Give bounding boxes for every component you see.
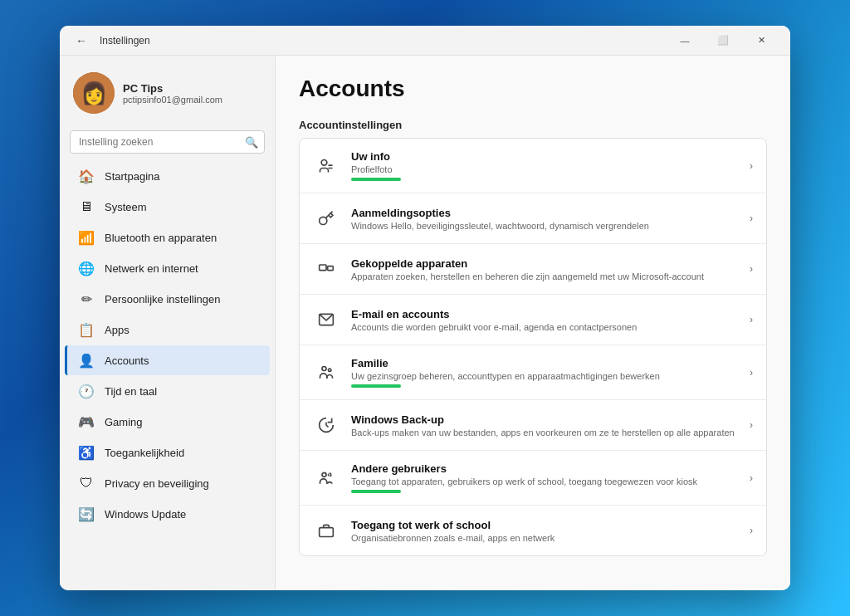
window-title: Instellingen <box>100 35 150 46</box>
nav-icon-update: 🔄 <box>78 506 95 522</box>
settings-item-uw-info[interactable]: Uw info Profielfoto › <box>300 139 766 193</box>
nav-label-personal: Persoonlijke instellingen <box>105 293 220 306</box>
content-area: 👩 PC Tips pctipsinfo01@gmail.com 🔍 🏠 Sta… <box>60 56 790 590</box>
nav-list: 🏠 Startpagina 🖥 Systeem 📶 Bluetooth en a… <box>60 160 275 530</box>
nav-icon-apps: 📋 <box>78 321 95 338</box>
item-icon-aanmeldingsopties <box>313 205 340 232</box>
section-title: Accountinstellingen <box>299 119 767 131</box>
item-text-backup: Windows Back-up Back-ups maken van uw be… <box>351 413 738 438</box>
sidebar-item-personal[interactable]: ✏ Persoonlijke instellingen <box>65 284 270 314</box>
user-email: pctipsinfo01@gmail.com <box>123 95 222 105</box>
item-subtitle-uw-info: Profielfoto <box>351 164 738 174</box>
sidebar-item-accessibility[interactable]: ♿ Toegankelijkheid <box>65 438 270 467</box>
svg-point-11 <box>329 473 331 476</box>
sidebar-item-accounts[interactable]: 👤 Accounts <box>65 345 270 375</box>
nav-label-accounts: Accounts <box>105 354 149 367</box>
sidebar-item-network[interactable]: 🌐 Netwerk en internet <box>65 253 270 283</box>
sidebar-item-gaming[interactable]: 🎮 Gaming <box>65 407 270 437</box>
back-button[interactable]: ← <box>70 29 93 52</box>
item-subtitle-backup: Back-ups maken van uw bestanden, apps en… <box>351 428 738 438</box>
svg-point-3 <box>320 217 327 224</box>
avatar-image: 👩 <box>73 72 115 114</box>
item-text-uw-info: Uw info Profielfoto <box>351 150 738 181</box>
item-text-werk: Toegang tot werk of school Organisatiebr… <box>351 519 738 543</box>
item-subtitle-email: Accounts die worden gebruikt voor e-mail… <box>351 322 738 332</box>
nav-label-accessibility: Toegankelijkheid <box>105 447 184 459</box>
sidebar-item-bluetooth[interactable]: 📶 Bluetooth en apparaten <box>65 222 270 252</box>
search-box: 🔍 <box>70 130 265 154</box>
sidebar: 👩 PC Tips pctipsinfo01@gmail.com 🔍 🏠 Sta… <box>60 56 276 590</box>
sidebar-item-system[interactable]: 🖥 Systeem <box>65 192 270 222</box>
item-title-uw-info: Uw info <box>351 150 738 163</box>
search-input[interactable] <box>70 130 265 154</box>
item-text-andere: Andere gebruikers Toegang tot apparaten,… <box>351 462 738 493</box>
nav-label-gaming: Gaming <box>105 416 143 428</box>
chevron-icon-backup: › <box>750 419 753 431</box>
user-profile: 👩 PC Tips pctipsinfo01@gmail.com <box>60 66 275 127</box>
settings-item-andere[interactable]: Andere gebruikers Toegang tot apparaten,… <box>300 451 766 506</box>
nav-label-time: Tijd en taal <box>105 385 157 398</box>
user-info: PC Tips pctipsinfo01@gmail.com <box>123 82 222 105</box>
item-subtitle-werk: Organisatiebronnen zoals e-mail, apps en… <box>351 533 738 543</box>
item-title-backup: Windows Back-up <box>351 413 738 426</box>
item-title-andere: Andere gebruikers <box>351 462 738 475</box>
settings-item-backup[interactable]: Windows Back-up Back-ups maken van uw be… <box>300 400 766 451</box>
sidebar-item-privacy[interactable]: 🛡 Privacy en beveiliging <box>65 468 270 498</box>
svg-point-10 <box>322 472 326 477</box>
nav-icon-home: 🏠 <box>78 168 95 184</box>
item-title-gekoppelde: Gekoppelde apparaten <box>351 257 738 270</box>
nav-label-system: Systeem <box>105 201 147 213</box>
settings-item-gekoppelde[interactable]: Gekoppelde apparaten Apparaten zoeken, h… <box>300 244 766 295</box>
settings-item-werk[interactable]: Toegang tot werk of school Organisatiebr… <box>300 506 766 555</box>
nav-label-privacy: Privacy en beveiliging <box>105 477 209 490</box>
maximize-icon: ⬜ <box>717 35 729 46</box>
nav-icon-gaming: 🎮 <box>78 413 95 430</box>
svg-point-8 <box>322 366 326 370</box>
chevron-icon-uw-info: › <box>750 160 753 172</box>
sidebar-item-apps[interactable]: 📋 Apps <box>65 315 270 345</box>
main-panel: Accounts Accountinstellingen Uw info Pro… <box>276 56 790 590</box>
sidebar-item-update[interactable]: 🔄 Windows Update <box>65 499 270 529</box>
user-name: PC Tips <box>123 82 222 95</box>
item-icon-andere <box>313 465 340 491</box>
settings-item-email[interactable]: E-mail en accounts Accounts die worden g… <box>300 295 766 345</box>
item-icon-familie <box>313 359 340 386</box>
nav-label-update: Windows Update <box>105 508 186 521</box>
back-icon: ← <box>76 34 87 47</box>
item-icon-uw-info <box>313 153 340 179</box>
item-text-gekoppelde: Gekoppelde apparaten Apparaten zoeken, h… <box>351 257 738 281</box>
close-icon: ✕ <box>758 35 765 46</box>
settings-item-familie[interactable]: Familie Uw gezinsgroep beheren, accountt… <box>300 345 766 400</box>
settings-window: ← Instellingen — ⬜ ✕ 👩 <box>60 26 790 590</box>
svg-rect-5 <box>328 266 334 271</box>
sidebar-item-home[interactable]: 🏠 Startpagina <box>65 161 270 191</box>
minimize-button[interactable]: — <box>666 27 704 54</box>
item-title-werk: Toegang tot werk of school <box>351 519 738 531</box>
nav-label-bluetooth: Bluetooth en apparaten <box>105 232 217 244</box>
item-icon-werk <box>313 517 340 544</box>
title-bar-left: ← Instellingen <box>70 29 666 52</box>
chevron-icon-andere: › <box>750 472 753 484</box>
window-controls: — ⬜ ✕ <box>666 27 780 54</box>
maximize-button[interactable]: ⬜ <box>704 27 742 54</box>
title-bar: ← Instellingen — ⬜ ✕ <box>60 26 790 56</box>
svg-rect-4 <box>320 265 326 271</box>
item-subtitle-gekoppelde: Apparaten zoeken, herstellen en beheren … <box>351 271 738 281</box>
nav-icon-time: 🕐 <box>78 383 95 399</box>
chevron-icon-aanmeldingsopties: › <box>750 213 753 224</box>
nav-icon-privacy: 🛡 <box>78 475 95 491</box>
minimize-icon: — <box>681 36 690 46</box>
progress-bar-familie <box>351 384 401 388</box>
nav-icon-personal: ✏ <box>78 291 95 307</box>
item-text-email: E-mail en accounts Accounts die worden g… <box>351 308 738 332</box>
sidebar-item-time[interactable]: 🕐 Tijd en taal <box>65 376 270 406</box>
settings-item-aanmeldingsopties[interactable]: Aanmeldingsopties Windows Hello, beveili… <box>300 193 766 244</box>
progress-bar-uw-info <box>351 178 401 181</box>
nav-label-network: Netwerk en internet <box>105 262 198 275</box>
item-text-aanmeldingsopties: Aanmeldingsopties Windows Hello, beveili… <box>351 207 738 231</box>
item-title-email: E-mail en accounts <box>351 308 738 320</box>
progress-bar-andere <box>351 490 401 493</box>
close-button[interactable]: ✕ <box>742 27 780 54</box>
settings-list: Uw info Profielfoto › Aanmeldingsopties … <box>299 138 767 556</box>
svg-point-9 <box>329 369 331 371</box>
